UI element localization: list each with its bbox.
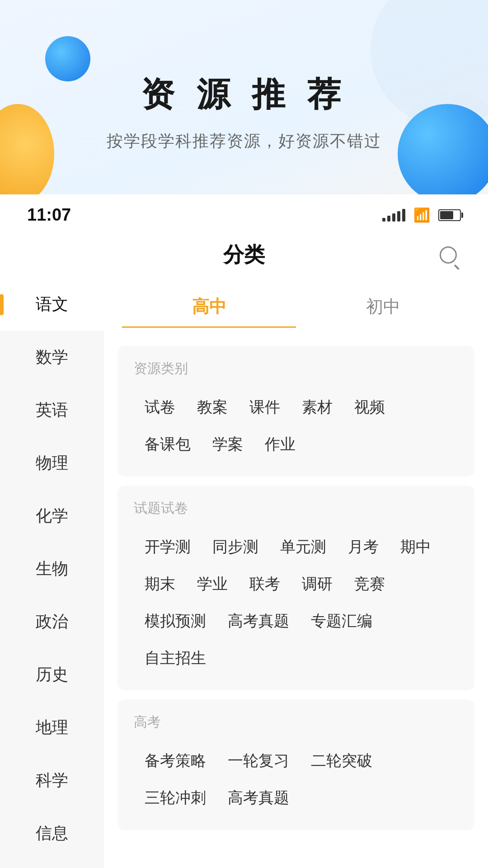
section-label-gaokao: 高考 (134, 713, 458, 731)
tag-竞赛[interactable]: 竞赛 (343, 566, 396, 603)
tag-单元测[interactable]: 单元测 (269, 528, 337, 566)
tag-grid-resource-type: 试卷教案课件素材视频备课包学案作业 (134, 389, 458, 463)
tag-grid-gaokao: 备考策略一轮复习二轮突破三轮冲刺高考真题 (134, 742, 458, 816)
tag-素材[interactable]: 素材 (291, 389, 343, 426)
top-bar: 分类 (0, 232, 488, 278)
status-bar: 11:07 📶 (0, 194, 488, 232)
search-icon (440, 246, 457, 264)
sidebar-item-dili[interactable]: 地理 (0, 701, 104, 754)
section-gaokao: 高考备考策略一轮复习二轮突破三轮冲刺高考真题 (117, 699, 474, 830)
sidebar-item-yingyu[interactable]: 英语 (0, 384, 104, 437)
tag-备考策略[interactable]: 备考策略 (134, 742, 217, 779)
tag-期末[interactable]: 期末 (134, 566, 186, 603)
tag-视频[interactable]: 视频 (343, 389, 396, 426)
grade-tabs: 高中初中 (104, 278, 488, 337)
phone-frame: 11:07 📶 分类 语文数学英语 (0, 194, 488, 868)
section-exam-type: 试题试卷开学测同步测单元测月考期中期末学业联考调研竞赛模拟预测高考真题专题汇编自… (117, 486, 474, 690)
hero-subtitle: 按学段学科推荐资源，好资源不错过 (107, 130, 381, 152)
tag-高考真题[interactable]: 高考真题 (217, 779, 300, 816)
tag-开学测[interactable]: 开学测 (134, 528, 202, 566)
tag-期中[interactable]: 期中 (389, 528, 442, 566)
tab-chuzhong[interactable]: 初中 (296, 287, 470, 328)
signal-icon (382, 209, 405, 222)
tag-月考[interactable]: 月考 (337, 528, 389, 566)
sidebar-item-zonghe[interactable]: 综合 (0, 860, 104, 868)
tag-grid-exam-type: 开学测同步测单元测月考期中期末学业联考调研竞赛模拟预测高考真题专题汇编自主招生 (134, 528, 458, 677)
hero-title: 资 源 推 荐 (141, 72, 347, 118)
page-title: 分类 (52, 241, 436, 269)
sidebar-item-huaxue[interactable]: 化学 (0, 490, 104, 542)
tag-三轮冲刺[interactable]: 三轮冲刺 (134, 779, 217, 816)
tag-自主招生[interactable]: 自主招生 (134, 640, 217, 677)
sidebar-item-zhengzhi[interactable]: 政治 (0, 595, 104, 648)
section-resource-type: 资源类别试卷教案课件素材视频备课包学案作业 (117, 346, 474, 476)
right-content: 高中初中 资源类别试卷教案课件素材视频备课包学案作业试题试卷开学测同步测单元测月… (104, 278, 488, 868)
tag-课件[interactable]: 课件 (239, 389, 291, 426)
tag-专题汇编[interactable]: 专题汇编 (300, 603, 383, 640)
tag-备课包[interactable]: 备课包 (134, 426, 202, 463)
sidebar-item-yuwen[interactable]: 语文 (0, 278, 104, 331)
tag-调研[interactable]: 调研 (291, 566, 343, 603)
sidebar-item-kexue[interactable]: 科学 (0, 754, 104, 807)
hero-content: 资 源 推 荐 按学段学科推荐资源，好资源不错过 (0, 0, 488, 152)
search-button[interactable] (436, 242, 461, 268)
tag-二轮突破[interactable]: 二轮突破 (300, 742, 383, 779)
hero-section: 资 源 推 荐 按学段学科推荐资源，好资源不错过 (0, 0, 488, 194)
wifi-icon: 📶 (413, 207, 430, 223)
sidebar-item-shengwu[interactable]: 生物 (0, 542, 104, 595)
tag-试卷[interactable]: 试卷 (134, 389, 186, 426)
status-icons: 📶 (382, 207, 461, 223)
tag-一轮复习[interactable]: 一轮复习 (217, 742, 300, 779)
sidebar-item-wuli[interactable]: 物理 (0, 437, 104, 490)
section-label-exam-type: 试题试卷 (134, 499, 458, 518)
tag-学案[interactable]: 学案 (202, 426, 254, 463)
tab-gaozhong[interactable]: 高中 (122, 287, 296, 328)
tag-作业[interactable]: 作业 (254, 426, 306, 463)
tag-学业[interactable]: 学业 (186, 566, 239, 603)
tag-同步测[interactable]: 同步测 (202, 528, 269, 566)
section-label-resource-type: 资源类别 (134, 359, 458, 378)
tag-模拟预测[interactable]: 模拟预测 (134, 603, 217, 640)
sidebar-item-shuxue[interactable]: 数学 (0, 331, 104, 384)
sidebar: 语文数学英语物理化学生物政治历史地理科学信息综合其他 (0, 278, 104, 868)
sidebar-item-xinxi[interactable]: 信息 (0, 807, 104, 860)
battery-icon (438, 209, 461, 221)
sidebar-item-lishi[interactable]: 历史 (0, 648, 104, 701)
tag-高考真题[interactable]: 高考真题 (217, 603, 300, 640)
status-time: 11:07 (27, 205, 71, 225)
tag-联考[interactable]: 联考 (239, 566, 291, 603)
tag-教案[interactable]: 教案 (186, 389, 239, 426)
main-content: 语文数学英语物理化学生物政治历史地理科学信息综合其他 高中初中 资源类别试卷教案… (0, 278, 488, 868)
